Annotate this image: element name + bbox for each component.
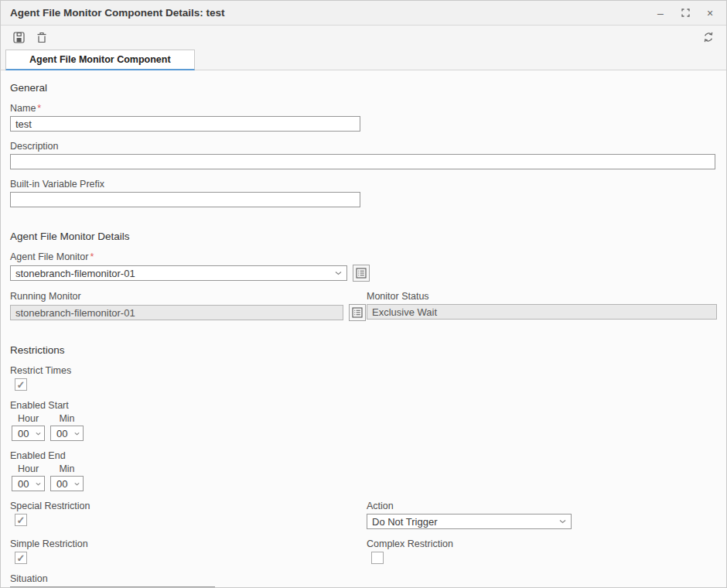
minimize-button[interactable]: –	[655, 8, 666, 19]
enabled-end-hour-select[interactable]: 00	[12, 476, 45, 491]
section-heading-general: General	[10, 82, 715, 94]
monitor-status-input	[367, 304, 717, 320]
checkmark-icon: ✓	[17, 553, 26, 563]
action-select[interactable]: Do Not Trigger	[367, 514, 572, 529]
minimize-icon: –	[657, 8, 664, 19]
tab-label: Agent File Monitor Component	[29, 54, 171, 65]
dialog-title: Agent File Monitor Component Details: te…	[10, 7, 655, 19]
simple-restriction-checkbox[interactable]: ✓	[15, 552, 27, 564]
window-controls: – ×	[655, 8, 718, 19]
enabled-start-hour-select[interactable]: 00	[12, 426, 45, 441]
running-monitor-label: Running Monitor	[10, 291, 367, 302]
tab-agent-file-monitor-component[interactable]: Agent File Monitor Component	[5, 50, 195, 70]
hour-label: Hour	[12, 463, 45, 474]
special-restriction-label: Special Restriction	[10, 501, 367, 511]
close-button[interactable]: ×	[705, 8, 715, 19]
enabled-end-min-select[interactable]: 00	[50, 476, 84, 491]
toolbar	[1, 26, 726, 49]
title-bar: Agent File Monitor Component Details: te…	[1, 1, 726, 26]
enabled-end-label: Enabled End	[10, 450, 715, 461]
form-content: General Name* Description Built-in Varia…	[1, 70, 726, 587]
min-label: Min	[50, 463, 84, 474]
running-monitor-input	[10, 305, 343, 320]
required-marker: *	[90, 251, 94, 262]
save-button[interactable]	[10, 29, 27, 46]
special-restriction-checkbox[interactable]: ✓	[15, 514, 27, 526]
situation-label: Situation	[10, 573, 715, 584]
monitor-status-label: Monitor Status	[367, 291, 717, 302]
required-marker: *	[37, 103, 41, 114]
tab-bar: Agent File Monitor Component	[1, 49, 726, 70]
delete-button[interactable]	[33, 29, 50, 46]
name-input[interactable]	[10, 116, 360, 132]
enabled-start-sublabels: Hour Min	[12, 413, 715, 424]
maximize-button[interactable]	[680, 8, 691, 19]
enabled-end-sublabels: Hour Min	[12, 463, 715, 474]
simple-restriction-label: Simple Restriction	[10, 538, 367, 549]
maximize-icon	[681, 9, 690, 17]
agent-file-monitor-select[interactable]: stonebranch-filemonitor-01	[10, 265, 347, 281]
section-heading-restrictions: Restrictions	[10, 344, 715, 356]
min-label: Min	[50, 413, 84, 424]
chevron-down-icon	[36, 432, 41, 436]
close-icon: ×	[707, 8, 713, 19]
chevron-down-icon	[335, 271, 342, 275]
chevron-down-icon	[36, 482, 41, 486]
description-label: Description	[10, 141, 715, 152]
checkmark-icon: ✓	[17, 380, 26, 390]
restrict-times-label: Restrict Times	[10, 365, 715, 376]
complex-restriction-label: Complex Restriction	[367, 538, 715, 549]
situation-select[interactable]: On Holiday	[10, 586, 215, 587]
list-details-icon	[356, 268, 367, 279]
dialog-window: Agent File Monitor Component Details: te…	[0, 0, 727, 588]
trash-icon	[36, 32, 47, 43]
running-monitor-lookup-button[interactable]	[349, 304, 366, 321]
enabled-start-min-select[interactable]: 00	[50, 426, 84, 441]
builtin-variable-prefix-input[interactable]	[10, 192, 360, 207]
hour-label: Hour	[12, 413, 45, 424]
builtin-variable-prefix-label: Built-in Variable Prefix	[10, 179, 715, 190]
checkmark-icon: ✓	[17, 515, 26, 525]
action-label: Action	[367, 501, 715, 511]
enabled-start-label: Enabled Start	[10, 400, 715, 411]
chevron-down-icon	[74, 432, 80, 436]
list-details-icon	[352, 307, 363, 318]
chevron-down-icon	[74, 482, 80, 486]
restrict-times-checkbox[interactable]: ✓	[15, 378, 27, 391]
refresh-button[interactable]	[700, 29, 717, 46]
agent-file-monitor-lookup-button[interactable]	[353, 265, 370, 282]
refresh-icon	[702, 31, 715, 43]
save-icon	[13, 32, 25, 43]
description-input[interactable]	[10, 154, 715, 169]
chevron-down-icon	[559, 519, 566, 524]
section-heading-agent-file-monitor-details: Agent File Monitor Details	[10, 231, 715, 242]
agent-file-monitor-label: Agent File Monitor*	[10, 251, 715, 262]
complex-restriction-checkbox[interactable]	[371, 552, 384, 564]
name-label: Name*	[10, 103, 715, 114]
